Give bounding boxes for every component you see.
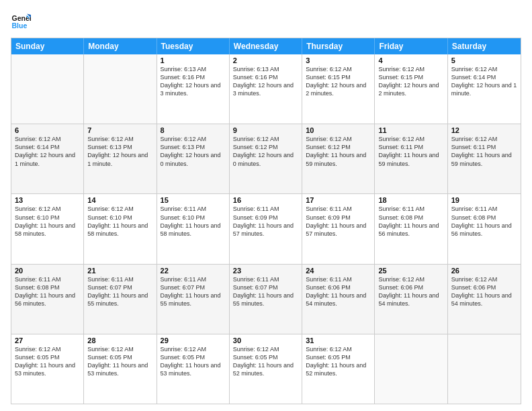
calendar-cell: 13Sunrise: 6:12 AM Sunset: 6:10 PM Dayli… (11, 194, 84, 263)
cell-sun-info: Sunrise: 6:12 AM Sunset: 6:13 PM Dayligh… (161, 135, 226, 168)
calendar-cell: 8Sunrise: 6:12 AM Sunset: 6:13 PM Daylig… (157, 124, 230, 193)
day-number: 30 (233, 336, 298, 345)
day-number: 8 (161, 126, 226, 134)
calendar-cell: 20Sunrise: 6:11 AM Sunset: 6:08 PM Dayli… (11, 265, 84, 334)
weekday-header-saturday: Saturday (448, 38, 521, 54)
day-number: 1 (161, 56, 226, 64)
calendar-cell: 21Sunrise: 6:11 AM Sunset: 6:07 PM Dayli… (84, 265, 157, 334)
day-number: 6 (15, 126, 80, 134)
calendar-cell: 28Sunrise: 6:12 AM Sunset: 6:05 PM Dayli… (84, 334, 157, 404)
calendar-cell: 2Sunrise: 6:13 AM Sunset: 6:16 PM Daylig… (230, 54, 302, 124)
cell-sun-info: Sunrise: 6:11 AM Sunset: 6:09 PM Dayligh… (306, 205, 371, 238)
calendar-cell: 9Sunrise: 6:12 AM Sunset: 6:12 PM Daylig… (230, 124, 302, 193)
weekday-header-monday: Monday (84, 38, 157, 54)
cell-sun-info: Sunrise: 6:12 AM Sunset: 6:10 PM Dayligh… (87, 205, 152, 238)
calendar-cell: 19Sunrise: 6:11 AM Sunset: 6:08 PM Dayli… (448, 194, 521, 263)
calendar-cell (448, 334, 521, 404)
day-number: 26 (451, 267, 517, 275)
cell-sun-info: Sunrise: 6:13 AM Sunset: 6:16 PM Dayligh… (233, 65, 298, 98)
day-number: 15 (161, 196, 226, 204)
day-number: 23 (233, 267, 298, 275)
header: General Blue (11, 11, 521, 31)
day-number: 2 (233, 56, 298, 64)
cell-sun-info: Sunrise: 6:12 AM Sunset: 6:15 PM Dayligh… (378, 65, 443, 98)
calendar-row-5: 27Sunrise: 6:12 AM Sunset: 6:05 PM Dayli… (11, 334, 521, 404)
day-number: 5 (451, 56, 517, 64)
day-number: 12 (451, 126, 517, 134)
cell-sun-info: Sunrise: 6:12 AM Sunset: 6:05 PM Dayligh… (161, 345, 226, 378)
cell-sun-info: Sunrise: 6:12 AM Sunset: 6:06 PM Dayligh… (451, 275, 517, 308)
calendar-cell: 16Sunrise: 6:11 AM Sunset: 6:09 PM Dayli… (230, 194, 302, 263)
calendar-cell: 30Sunrise: 6:12 AM Sunset: 6:05 PM Dayli… (230, 334, 302, 404)
cell-sun-info: Sunrise: 6:12 AM Sunset: 6:11 PM Dayligh… (451, 135, 517, 168)
cell-sun-info: Sunrise: 6:11 AM Sunset: 6:07 PM Dayligh… (87, 275, 152, 308)
cell-sun-info: Sunrise: 6:11 AM Sunset: 6:08 PM Dayligh… (378, 205, 443, 238)
page: General Blue SundayMondayTuesdayWednesda… (0, 0, 532, 411)
cell-sun-info: Sunrise: 6:12 AM Sunset: 6:05 PM Dayligh… (306, 345, 371, 378)
calendar-cell: 15Sunrise: 6:11 AM Sunset: 6:10 PM Dayli… (157, 194, 230, 263)
day-number: 10 (306, 126, 371, 134)
day-number: 3 (306, 56, 371, 64)
svg-text:Blue: Blue (12, 21, 28, 30)
calendar-cell: 3Sunrise: 6:12 AM Sunset: 6:15 PM Daylig… (302, 54, 375, 124)
calendar-cell: 6Sunrise: 6:12 AM Sunset: 6:14 PM Daylig… (11, 124, 84, 193)
weekday-header-wednesday: Wednesday (230, 38, 302, 54)
calendar: SundayMondayTuesdayWednesdayThursdayFrid… (11, 38, 521, 404)
cell-sun-info: Sunrise: 6:11 AM Sunset: 6:09 PM Dayligh… (233, 205, 298, 238)
calendar-row-1: 1Sunrise: 6:13 AM Sunset: 6:16 PM Daylig… (11, 54, 521, 124)
cell-sun-info: Sunrise: 6:12 AM Sunset: 6:14 PM Dayligh… (15, 135, 80, 168)
calendar-cell: 23Sunrise: 6:11 AM Sunset: 6:07 PM Dayli… (230, 265, 302, 334)
calendar-cell: 5Sunrise: 6:12 AM Sunset: 6:14 PM Daylig… (448, 54, 521, 124)
cell-sun-info: Sunrise: 6:12 AM Sunset: 6:05 PM Dayligh… (15, 345, 80, 378)
day-number: 16 (233, 196, 298, 204)
calendar-cell: 26Sunrise: 6:12 AM Sunset: 6:06 PM Dayli… (448, 265, 521, 334)
cell-sun-info: Sunrise: 6:11 AM Sunset: 6:08 PM Dayligh… (451, 205, 517, 238)
day-number: 20 (15, 267, 80, 275)
calendar-cell: 7Sunrise: 6:12 AM Sunset: 6:13 PM Daylig… (84, 124, 157, 193)
cell-sun-info: Sunrise: 6:11 AM Sunset: 6:08 PM Dayligh… (15, 275, 80, 308)
cell-sun-info: Sunrise: 6:12 AM Sunset: 6:05 PM Dayligh… (233, 345, 298, 378)
logo: General Blue (11, 11, 31, 31)
calendar-cell: 25Sunrise: 6:12 AM Sunset: 6:06 PM Dayli… (375, 265, 447, 334)
day-number: 7 (87, 126, 152, 134)
calendar-cell: 31Sunrise: 6:12 AM Sunset: 6:05 PM Dayli… (302, 334, 375, 404)
calendar-cell: 11Sunrise: 6:12 AM Sunset: 6:11 PM Dayli… (375, 124, 447, 193)
calendar-cell: 12Sunrise: 6:12 AM Sunset: 6:11 PM Dayli… (448, 124, 521, 193)
cell-sun-info: Sunrise: 6:11 AM Sunset: 6:10 PM Dayligh… (161, 205, 226, 238)
cell-sun-info: Sunrise: 6:12 AM Sunset: 6:12 PM Dayligh… (233, 135, 298, 168)
calendar-row-2: 6Sunrise: 6:12 AM Sunset: 6:14 PM Daylig… (11, 124, 521, 193)
calendar-row-3: 13Sunrise: 6:12 AM Sunset: 6:10 PM Dayli… (11, 193, 521, 263)
day-number: 29 (161, 336, 226, 345)
cell-sun-info: Sunrise: 6:12 AM Sunset: 6:14 PM Dayligh… (451, 65, 517, 98)
calendar-cell: 18Sunrise: 6:11 AM Sunset: 6:08 PM Dayli… (375, 194, 447, 263)
day-number: 14 (87, 196, 152, 204)
calendar-cell: 22Sunrise: 6:11 AM Sunset: 6:07 PM Dayli… (157, 265, 230, 334)
cell-sun-info: Sunrise: 6:12 AM Sunset: 6:05 PM Dayligh… (87, 345, 152, 378)
calendar-cell: 10Sunrise: 6:12 AM Sunset: 6:12 PM Dayli… (302, 124, 375, 193)
calendar-cell: 1Sunrise: 6:13 AM Sunset: 6:16 PM Daylig… (157, 54, 230, 124)
cell-sun-info: Sunrise: 6:13 AM Sunset: 6:16 PM Dayligh… (161, 65, 226, 98)
calendar-cell (84, 54, 157, 124)
day-number: 25 (378, 267, 443, 275)
cell-sun-info: Sunrise: 6:12 AM Sunset: 6:06 PM Dayligh… (378, 275, 443, 308)
cell-sun-info: Sunrise: 6:12 AM Sunset: 6:10 PM Dayligh… (15, 205, 80, 238)
day-number: 4 (378, 56, 443, 64)
weekday-header-tuesday: Tuesday (157, 38, 230, 54)
day-number: 13 (15, 196, 80, 204)
calendar-cell: 14Sunrise: 6:12 AM Sunset: 6:10 PM Dayli… (84, 194, 157, 263)
cell-sun-info: Sunrise: 6:12 AM Sunset: 6:12 PM Dayligh… (306, 135, 371, 168)
day-number: 24 (306, 267, 371, 275)
calendar-cell: 27Sunrise: 6:12 AM Sunset: 6:05 PM Dayli… (11, 334, 84, 404)
cell-sun-info: Sunrise: 6:11 AM Sunset: 6:06 PM Dayligh… (306, 275, 371, 308)
day-number: 22 (161, 267, 226, 275)
day-number: 31 (306, 336, 371, 345)
weekday-header-thursday: Thursday (302, 38, 375, 54)
day-number: 28 (87, 336, 152, 345)
calendar-cell (11, 54, 84, 124)
cell-sun-info: Sunrise: 6:11 AM Sunset: 6:07 PM Dayligh… (233, 275, 298, 308)
day-number: 19 (451, 196, 517, 204)
cell-sun-info: Sunrise: 6:12 AM Sunset: 6:11 PM Dayligh… (378, 135, 443, 168)
weekday-header-sunday: Sunday (11, 38, 84, 54)
day-number: 27 (15, 336, 80, 345)
day-number: 18 (378, 196, 443, 204)
